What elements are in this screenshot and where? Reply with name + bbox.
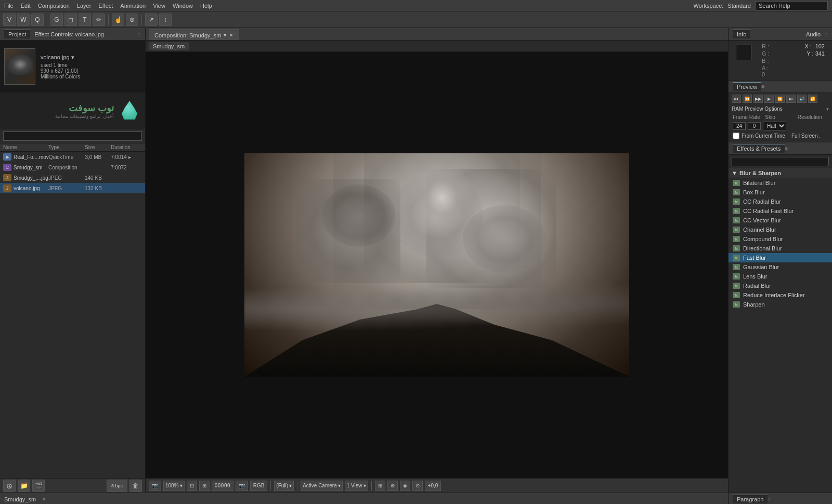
paragraph-close[interactable]: ≡ [768,496,771,502]
view-count-dropdown[interactable]: 1 View ▾ [345,481,368,491]
tab-project[interactable]: Project [4,30,30,38]
effect-box-blur[interactable]: fx Box Blur [729,188,832,197]
effect-channel-blur[interactable]: fx Channel Blur [729,225,832,234]
snapshot-btn[interactable]: 📷 [149,481,161,491]
from-current-checkbox[interactable] [733,132,739,139]
effect-fast-blur[interactable]: fx Fast Blur [729,253,832,262]
prev-back-frame[interactable]: ⏪ [743,95,752,103]
flow-btn[interactable]: ⊙ [412,481,423,491]
menu-file[interactable]: File [4,3,14,9]
new-item-btn[interactable]: ⊕ [3,480,16,492]
effect-bilateral-blur[interactable]: fx Bilateral Blur [729,178,832,188]
delete-item-btn[interactable]: 🗑 [129,480,142,492]
file-item-smudgy-jpg[interactable]: J Smudgy_....jpg JPEG 140 KB [0,173,145,183]
menu-view[interactable]: View [153,3,165,9]
tool-zoom[interactable]: Q [31,14,44,26]
menu-edit[interactable]: Edit [21,3,31,9]
effects-search-input[interactable] [732,157,829,166]
tool-rect[interactable]: ◻ [64,14,77,26]
file-item-smudgy[interactable]: C Smudgy_sm Composition 7:0072 [0,162,145,173]
menu-layer[interactable]: Layer [77,3,92,9]
effect-radial-blur[interactable]: fx Radial Blur [729,281,832,290]
comp-tab-smudgy[interactable]: Composition: Smudgy_sm ▾ ✕ [149,30,239,40]
timeline-tab[interactable]: Smudgy_sm [4,496,36,502]
preview-quality[interactable]: ◈ [400,481,410,491]
camera-icon-btn[interactable]: 📷 [236,481,248,491]
tab-paragraph[interactable]: Paragraph [733,495,768,503]
new-comp-btn[interactable]: 🎬 [32,480,45,492]
tool-brush[interactable]: ✏ [93,14,105,26]
preview-ram-options[interactable]: RAM Preview Options ▾ [729,104,832,113]
roi-btn[interactable]: ⊞ [199,481,210,491]
zoom-control[interactable]: 100% ▾ [163,481,185,491]
view-count-icon: ▾ [363,483,366,488]
menu-animation[interactable]: Animation [120,3,146,9]
tool-roto[interactable]: ↕ [159,14,172,26]
info-panel-close[interactable]: ≡ [825,31,828,37]
prev-to-end[interactable]: ⏭ [786,95,796,103]
tab-preview[interactable]: Preview [733,82,761,91]
quality-dropdown[interactable]: (Full) ▾ [274,481,294,491]
prev-play[interactable]: ▶ [764,95,774,103]
tool-pen[interactable]: G [50,14,63,26]
effect-cc-radial-blur[interactable]: fx CC Radial Blur [729,197,832,206]
timeline-close[interactable]: ✕ [42,497,46,502]
tool-rotate[interactable]: W [17,14,30,26]
effect-gaussian-blur[interactable]: fx Gaussian Blur [729,262,832,272]
effect-category-blur[interactable]: ▼ Blur & Sharpen [729,168,832,178]
file-item-volcano[interactable]: J volcano.jpg JPEG 132 KB [0,183,145,193]
effect-sharpen[interactable]: fx Sharpen [729,300,832,309]
effect-cc-vector-blur[interactable]: fx CC Vector Blur [729,216,832,225]
tool-eraser[interactable]: ⊕ [126,14,138,26]
tool-selection[interactable]: V [3,14,16,26]
left-panel-close[interactable]: ≡ [138,31,141,37]
prev-to-start[interactable]: ⏮ [732,95,741,103]
effect-lens-blur[interactable]: fx Lens Blur [729,272,832,281]
timecode-btn[interactable]: 00000 [212,481,233,491]
tab-info[interactable]: Info [733,30,750,38]
effect-directional-blur[interactable]: fx Directional Blur [729,244,832,253]
prev-fwd-frame[interactable]: ⏩ [775,95,785,103]
sub-tab-smudgy[interactable]: Smudgy_sm [149,42,189,50]
search-input[interactable] [755,1,828,10]
left-panel: Project Effect Controls: volcano.jpg ≡ v… [0,28,146,493]
fit-to-window[interactable]: ⊡ [187,481,197,491]
col-type: Type [48,144,85,150]
menu-composition[interactable]: Composition [38,3,70,9]
prev-audio[interactable]: 🔊 [797,95,807,103]
effect-reduce-interlace[interactable]: fx Reduce Interlace Flicker [729,290,832,300]
effect-icon-lens: fx [733,273,740,280]
mask-btn[interactable]: ⊗ [387,481,398,491]
file-item-real[interactable]: ▶ Real_Fo....mov QuickTime 3,0 MB 7:0014… [0,152,145,162]
new-folder-btn[interactable]: 📁 [18,480,30,492]
tab-effects[interactable]: Effects & Presets [733,144,785,153]
offset-btn[interactable]: +0,0 [425,481,441,491]
tab-effect-controls[interactable]: Effect Controls: volcano.jpg [30,30,108,38]
workspace-value[interactable]: Standard [727,3,751,9]
ps-resolution-select[interactable]: Half Full Quarter [763,122,786,130]
tool-clone[interactable]: ☝ [112,14,124,26]
tab-audio[interactable]: Audio [802,30,825,38]
menu-window[interactable]: Window [173,3,193,9]
tool-puppet[interactable]: ↗ [145,14,158,26]
effect-cc-radial-fast-blur[interactable]: fx CC Radial Fast Blur [729,206,832,216]
prev-ram-preview[interactable]: ▶▶ [753,95,763,103]
grid-btn[interactable]: ⊞ [375,481,385,491]
color-depth[interactable]: 8 bpc [107,480,127,492]
ps-framerate-input[interactable] [733,122,746,130]
tool-text[interactable]: T [79,14,91,26]
menu-effect[interactable]: Effect [98,3,113,9]
composition-view[interactable] [244,153,629,377]
comp-tab-close[interactable]: ✕ [229,33,233,38]
preview-panel-close[interactable]: ≡ [761,84,764,89]
effect-compound-blur[interactable]: fx Compound Blur [729,234,832,244]
menu-help[interactable]: Help [200,3,212,9]
ps-skip-input[interactable] [748,122,761,130]
comp-tab-dropdown[interactable]: ▾ [224,32,227,38]
preview-thumb-area: volcano.jpg ▾ used 1 time 990 x 627 (1,0… [0,41,145,92]
view-dropdown[interactable]: Active Camera ▾ [301,481,343,491]
channel-btn[interactable]: RGB [250,481,268,491]
effects-panel-close[interactable]: ≡ [785,145,788,151]
project-search-input[interactable] [3,131,142,141]
prev-loop[interactable]: 🔁 [808,95,817,103]
